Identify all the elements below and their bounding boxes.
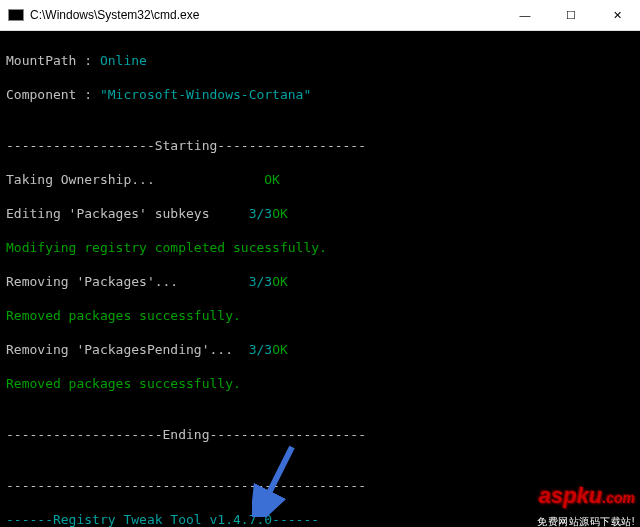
maximize-button[interactable]: ☐	[548, 0, 594, 30]
modify-registry-line: Modifying registry completed sucessfully…	[6, 239, 634, 256]
terminal-output[interactable]: MountPath : Online Component : "Microsof…	[0, 31, 640, 527]
watermark-brand: aspku	[539, 483, 603, 508]
removing-pending-line: Removing 'PackagesPending'... 3/3OK	[6, 341, 634, 358]
component-line: Component : "Microsoft-Windows-Cortana"	[6, 86, 634, 103]
mountpath-line: MountPath : Online	[6, 52, 634, 69]
taking-ownership-line: Taking Ownership... OK	[6, 171, 634, 188]
starting-separator: -------------------Starting-------------…	[6, 137, 634, 154]
window-controls: — ☐ ✕	[502, 0, 640, 30]
removed-packages-line: Removed packages successfully.	[6, 307, 634, 324]
minimize-button[interactable]: —	[502, 0, 548, 30]
close-button[interactable]: ✕	[594, 0, 640, 30]
removing-packages-line: Removing 'Packages'... 3/3OK	[6, 273, 634, 290]
removed-pending-line: Removed packages successfully.	[6, 375, 634, 392]
editing-packages-line: Editing 'Packages' subkeys 3/3OK	[6, 205, 634, 222]
ending-separator: --------------------Ending--------------…	[6, 426, 634, 443]
titlebar[interactable]: C:\Windows\System32\cmd.exe — ☐ ✕	[0, 0, 640, 31]
watermark-suffix: .com	[602, 490, 635, 506]
window-title: C:\Windows\System32\cmd.exe	[30, 8, 502, 22]
cmd-window: C:\Windows\System32\cmd.exe — ☐ ✕ MountP…	[0, 0, 640, 527]
cmd-icon	[8, 9, 24, 21]
watermark-subtitle: 免费网站源码下载站!	[537, 513, 635, 527]
